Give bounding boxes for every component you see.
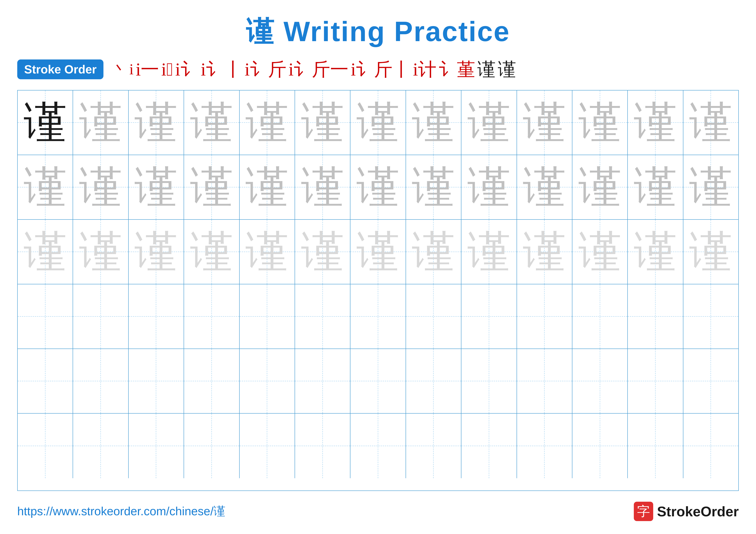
practice-char: 谨 <box>245 230 288 273</box>
grid-cell-5-4[interactable] <box>240 414 295 478</box>
grid-cell-4-10[interactable] <box>572 349 628 413</box>
grid-cell-4-6[interactable] <box>350 349 406 413</box>
grid-cell-4-11[interactable] <box>628 349 683 413</box>
grid-cell-0-0[interactable]: 谨 <box>18 90 73 155</box>
grid-cell-3-10[interactable] <box>572 284 628 348</box>
grid-cell-5-5[interactable] <box>295 414 350 478</box>
grid-cell-3-4[interactable] <box>240 284 295 348</box>
grid-cell-5-10[interactable] <box>572 414 628 478</box>
practice-char: 谨 <box>634 165 677 209</box>
grid-cell-2-2[interactable]: 谨 <box>129 220 184 284</box>
practice-char: 谨 <box>468 101 511 144</box>
grid-cell-2-9[interactable]: 谨 <box>517 220 572 284</box>
grid-cell-1-2[interactable]: 谨 <box>129 155 184 219</box>
grid-cell-5-0[interactable] <box>18 414 73 478</box>
grid-row-1: 谨谨谨谨谨谨谨谨谨谨谨谨谨 <box>18 155 738 220</box>
grid-cell-2-8[interactable]: 谨 <box>461 220 517 284</box>
grid-cell-0-4[interactable]: 谨 <box>240 90 295 155</box>
stroke-sequence: 丶ii一i𠃋i讠i讠丨i讠斤i讠斤一i讠斤丨i计讠堇谨谨 <box>112 60 739 79</box>
grid-cell-0-1[interactable]: 谨 <box>73 90 128 155</box>
grid-cell-5-3[interactable] <box>184 414 239 478</box>
grid-cell-1-6[interactable]: 谨 <box>350 155 406 219</box>
grid-cell-3-9[interactable] <box>517 284 572 348</box>
grid-cell-4-9[interactable] <box>517 349 572 413</box>
grid-cell-1-9[interactable]: 谨 <box>517 155 572 219</box>
grid-cell-4-1[interactable] <box>73 349 128 413</box>
practice-char: 谨 <box>190 165 233 209</box>
grid-cell-3-8[interactable] <box>461 284 517 348</box>
grid-cell-0-6[interactable]: 谨 <box>350 90 406 155</box>
grid-cell-1-0[interactable]: 谨 <box>18 155 73 219</box>
page: 谨 Writing Practice Stroke Order 丶ii一i𠃋i讠… <box>0 0 756 534</box>
grid-cell-4-0[interactable] <box>18 349 73 413</box>
grid-cell-0-12[interactable]: 谨 <box>683 90 738 155</box>
grid-cell-1-4[interactable]: 谨 <box>240 155 295 219</box>
grid-cell-0-11[interactable]: 谨 <box>628 90 683 155</box>
grid-cell-0-9[interactable]: 谨 <box>517 90 572 155</box>
practice-char: 谨 <box>79 165 122 209</box>
grid-cell-2-5[interactable]: 谨 <box>295 220 350 284</box>
stroke-order-badge[interactable]: Stroke Order <box>17 60 103 79</box>
grid-cell-3-0[interactable] <box>18 284 73 348</box>
grid-cell-4-7[interactable] <box>406 349 461 413</box>
grid-cell-3-2[interactable] <box>129 284 184 348</box>
grid-cell-5-6[interactable] <box>350 414 406 478</box>
grid-cell-1-5[interactable]: 谨 <box>295 155 350 219</box>
grid-cell-2-3[interactable]: 谨 <box>184 220 239 284</box>
stroke-step-10: 讠堇 <box>439 60 475 79</box>
stroke-step-5: i讠丨 <box>201 60 243 79</box>
grid-cell-1-3[interactable]: 谨 <box>184 155 239 219</box>
grid-cell-5-7[interactable] <box>406 414 461 478</box>
grid-cell-5-11[interactable] <box>628 414 683 478</box>
grid-cell-3-7[interactable] <box>406 284 461 348</box>
practice-char: 谨 <box>689 165 732 209</box>
grid-cell-2-7[interactable]: 谨 <box>406 220 461 284</box>
grid-cell-5-8[interactable] <box>461 414 517 478</box>
grid-cell-5-2[interactable] <box>129 414 184 478</box>
grid-cell-4-4[interactable] <box>240 349 295 413</box>
grid-cell-2-12[interactable]: 谨 <box>683 220 738 284</box>
grid-cell-4-2[interactable] <box>129 349 184 413</box>
footer-url[interactable]: https://www.strokeorder.com/chinese/谨 <box>17 503 226 519</box>
grid-cell-1-7[interactable]: 谨 <box>406 155 461 219</box>
grid-cell-5-12[interactable] <box>683 414 738 478</box>
grid-cell-0-10[interactable]: 谨 <box>572 90 628 155</box>
grid-cell-3-5[interactable] <box>295 284 350 348</box>
grid-cell-3-1[interactable] <box>73 284 128 348</box>
grid-cell-5-9[interactable] <box>517 414 572 478</box>
grid-cell-1-12[interactable]: 谨 <box>683 155 738 219</box>
stroke-step-11: 谨 <box>477 60 496 79</box>
grid-cell-4-3[interactable] <box>184 349 239 413</box>
grid-cell-2-10[interactable]: 谨 <box>572 220 628 284</box>
grid-cell-3-6[interactable] <box>350 284 406 348</box>
grid-cell-2-0[interactable]: 谨 <box>18 220 73 284</box>
grid-cell-3-3[interactable] <box>184 284 239 348</box>
practice-char: 谨 <box>357 230 399 273</box>
grid-cell-0-8[interactable]: 谨 <box>461 90 517 155</box>
grid-cell-4-12[interactable] <box>683 349 738 413</box>
grid-cell-4-5[interactable] <box>295 349 350 413</box>
grid-cell-1-10[interactable]: 谨 <box>572 155 628 219</box>
grid-cell-2-1[interactable]: 谨 <box>73 220 128 284</box>
practice-char: 谨 <box>523 230 566 273</box>
practice-char: 谨 <box>79 230 122 273</box>
grid-cell-1-8[interactable]: 谨 <box>461 155 517 219</box>
grid-cell-5-1[interactable] <box>73 414 128 478</box>
practice-char: 谨 <box>245 165 288 209</box>
grid-cell-2-6[interactable]: 谨 <box>350 220 406 284</box>
grid-cell-0-3[interactable]: 谨 <box>184 90 239 155</box>
grid-cell-2-11[interactable]: 谨 <box>628 220 683 284</box>
grid-cell-0-5[interactable]: 谨 <box>295 90 350 155</box>
grid-cell-2-4[interactable]: 谨 <box>240 220 295 284</box>
practice-char: 谨 <box>689 230 732 273</box>
grid-cell-4-8[interactable] <box>461 349 517 413</box>
grid-cell-1-1[interactable]: 谨 <box>73 155 128 219</box>
grid-cell-3-12[interactable] <box>683 284 738 348</box>
practice-char: 谨 <box>579 101 622 144</box>
logo-icon: 字 <box>634 502 653 521</box>
grid-cell-0-2[interactable]: 谨 <box>129 90 184 155</box>
practice-char: 谨 <box>689 101 732 144</box>
grid-cell-1-11[interactable]: 谨 <box>628 155 683 219</box>
grid-cell-3-11[interactable] <box>628 284 683 348</box>
grid-cell-0-7[interactable]: 谨 <box>406 90 461 155</box>
